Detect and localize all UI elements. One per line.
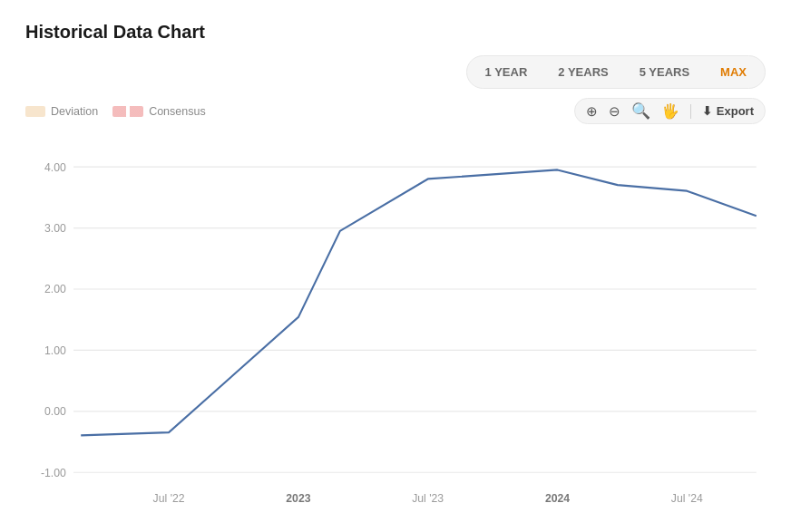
- chart-area: 4.00 3.00 2.00 1.00 0.00 -1.00 Jul '22 2…: [25, 137, 766, 517]
- time-btn-max[interactable]: MAX: [706, 60, 761, 84]
- deviation-swatch: [25, 106, 45, 117]
- legend-toolbar-row: Deviation Consensus ⊕ ⊖ 🔍 🖐 ⬇ Export: [25, 98, 766, 124]
- x-label-jul22: Jul '22: [153, 491, 185, 506]
- time-range-selector: 1 YEAR 2 YEARS 5 YEARS MAX: [466, 55, 766, 89]
- chart-legend: Deviation Consensus: [25, 105, 206, 118]
- export-icon: ⬇: [702, 104, 712, 118]
- deviation-label: Deviation: [51, 105, 98, 118]
- chart-line: [81, 169, 757, 435]
- zoom-out-icon[interactable]: ⊖: [609, 104, 620, 118]
- time-btn-2years[interactable]: 2 YEARS: [543, 60, 622, 84]
- time-btn-1year[interactable]: 1 YEAR: [471, 60, 542, 84]
- pan-icon[interactable]: 🖐: [661, 104, 679, 119]
- legend-deviation: Deviation: [25, 105, 98, 118]
- time-btn-5years[interactable]: 5 YEARS: [625, 60, 704, 84]
- legend-consensus: Consensus: [112, 105, 206, 118]
- x-label-2024: 2024: [545, 491, 571, 506]
- y-label-100: 1.00: [44, 343, 66, 357]
- x-label-jul23: Jul '23: [412, 491, 444, 506]
- x-label-2023: 2023: [286, 491, 310, 506]
- controls-row: 1 YEAR 2 YEARS 5 YEARS MAX: [25, 55, 766, 89]
- consensus-swatch: [112, 106, 143, 117]
- export-label: Export: [717, 104, 754, 118]
- export-button[interactable]: ⬇ Export: [702, 104, 754, 118]
- x-label-jul24: Jul '24: [671, 491, 703, 506]
- chart-toolbar: ⊕ ⊖ 🔍 🖐 ⬇ Export: [574, 98, 766, 124]
- y-label-neg100: -1.00: [41, 465, 66, 479]
- line-chart: 4.00 3.00 2.00 1.00 0.00 -1.00 Jul '22 2…: [25, 137, 766, 517]
- main-container: Historical Data Chart 1 YEAR 2 YEARS 5 Y…: [0, 0, 791, 532]
- page-title: Historical Data Chart: [25, 22, 766, 43]
- zoom-in-icon[interactable]: ⊕: [586, 104, 598, 118]
- magnify-icon[interactable]: 🔍: [631, 103, 650, 119]
- toolbar-divider: [690, 104, 691, 119]
- y-label-300: 3.00: [44, 221, 66, 236]
- y-label-400: 4.00: [44, 160, 66, 174]
- y-label-200: 2.00: [44, 282, 66, 296]
- y-label-000: 0.00: [44, 404, 66, 419]
- consensus-label: Consensus: [149, 105, 206, 118]
